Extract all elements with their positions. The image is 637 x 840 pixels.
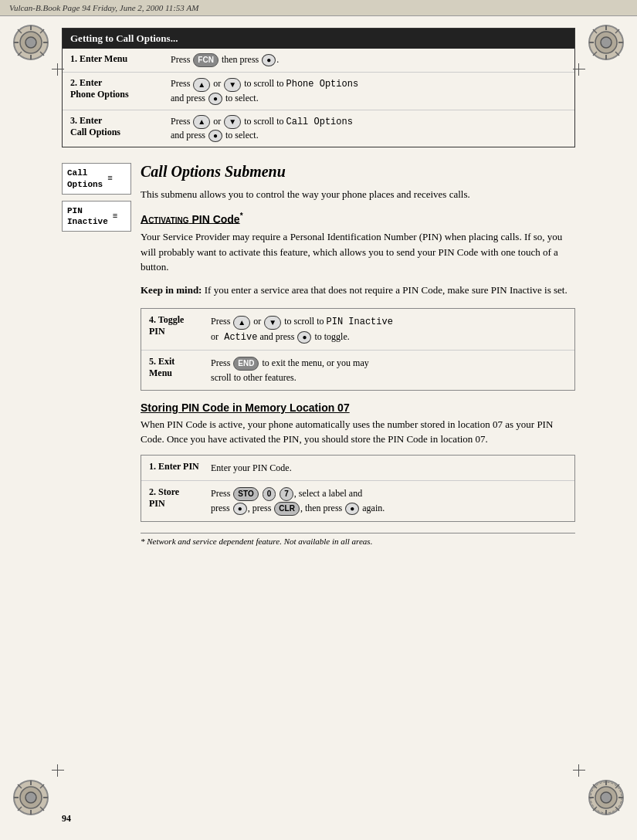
up-button-2: ▲ [193, 78, 210, 92]
up-button-4: ▲ [233, 316, 250, 330]
steps-row-5-label: 5. ExitMenu [149, 356, 211, 379]
sidebar-box-2-text: PIN Inactive [67, 205, 108, 228]
activating-pin-title: Activating PIN Code* [141, 212, 575, 225]
pin-inactive-mono: PIN Inactive [326, 317, 392, 327]
svg-point-2 [25, 37, 36, 48]
section-intro: This submenu allows you to control the w… [141, 187, 575, 202]
getting-row-3-desc: Press ▲ or ▼ to scroll to Call Options a… [171, 115, 567, 143]
select-button-3: ● [208, 130, 222, 142]
storing-pin-title: Storing PIN Code in Memory Location 07 [141, 401, 575, 414]
activating-pin-title-text: Activating PIN Code [141, 212, 240, 225]
crosshair-tr [573, 63, 585, 76]
sidebar-box-1-line1: Call [67, 168, 103, 178]
down-button-2: ▼ [224, 78, 241, 92]
corner-decoration-tl [12, 23, 50, 62]
sidebar-box-1-line2: Options [67, 179, 103, 190]
page-container: Vulcan-B.Book Page 94 Friday, June 2, 20… [0, 0, 637, 840]
seven-button: 7 [280, 487, 293, 501]
getting-row-1-desc: Press FCN then press ●. [171, 53, 567, 67]
end-button-5: END [233, 357, 259, 371]
page-content: Getting to Call Options... 1. Enter Menu… [0, 16, 637, 569]
select-button-2: ● [208, 93, 222, 105]
header-text: Vulcan-B.Book Page 94 Friday, June 2, 20… [9, 3, 198, 12]
crosshair-tl [52, 63, 64, 76]
storing-pin-body: When PIN Code is active, your phone auto… [141, 417, 575, 447]
phone-options-mono: Phone Options [286, 79, 358, 90]
storing-row-1-label: 1. Enter PIN [149, 461, 211, 472]
zero-button: 0 [263, 487, 276, 501]
sto-button: STO [233, 487, 258, 501]
svg-point-36 [601, 792, 612, 803]
getting-table-title: Getting to Call Options... [70, 32, 178, 44]
activating-footnote-marker: * [240, 212, 243, 220]
main-text-area: Call Options Submenu This submenu allows… [141, 163, 575, 546]
corner-decoration-br [587, 778, 625, 817]
steps-row-4: 4. TogglePIN Press ▲ or ▼ to scroll to P… [141, 309, 574, 350]
keep-in-mind-text: If you enter a service area that does no… [205, 284, 568, 296]
getting-table-body: 1. Enter Menu Press FCN then press ●. 2.… [63, 49, 574, 147]
getting-row-2-label: 2. EnterPhone Options [70, 77, 171, 100]
sidebar-box-call-options: Call Options ≡ [62, 163, 131, 195]
svg-point-13 [601, 37, 612, 48]
keep-in-mind-block: Keep in mind: If you enter a service are… [141, 283, 575, 298]
svg-point-24 [25, 792, 36, 803]
select-button-2b: ● [233, 503, 247, 515]
sidebar-box-1-text: Call Options [67, 168, 103, 190]
down-button-4: ▼ [264, 316, 281, 330]
steps-row-4-label: 4. TogglePIN [149, 314, 211, 337]
page-number: 94 [62, 813, 71, 825]
sidebar: Call Options ≡ PIN Inactive ≡ [62, 163, 131, 546]
getting-row-3: 3. EnterCall Options Press ▲ or ▼ to scr… [63, 110, 574, 147]
storing-pin-title-text: Storing PIN Code in Memory Location 07 [141, 401, 350, 414]
sidebar-box-2-icon: ≡ [113, 211, 118, 222]
storing-steps-table: 1. Enter PIN Enter your PIN Code. 2. Sto… [141, 455, 575, 523]
getting-row-2-desc: Press ▲ or ▼ to scroll to Phone Options … [171, 77, 567, 105]
corner-decoration-tr [587, 23, 625, 62]
sidebar-box-2-line1: PIN [67, 205, 108, 216]
toggle-steps-table: 4. TogglePIN Press ▲ or ▼ to scroll to P… [141, 308, 575, 391]
down-button-3: ▼ [224, 115, 241, 129]
getting-table-header: Getting to Call Options... [63, 29, 574, 49]
select-button-1: ● [262, 54, 276, 66]
crosshair-bl [52, 764, 64, 777]
getting-to-call-options-table: Getting to Call Options... 1. Enter Menu… [62, 28, 575, 147]
sidebar-box-1-icon: ≡ [107, 173, 113, 184]
header-bar: Vulcan-B.Book Page 94 Friday, June 2, 20… [0, 0, 637, 16]
call-options-mono: Call Options [286, 117, 352, 127]
up-button-3: ▲ [193, 115, 210, 129]
storing-row-1-desc: Enter your PIN Code. [211, 461, 567, 475]
storing-row-1: 1. Enter PIN Enter your PIN Code. [141, 456, 574, 481]
keep-in-mind-label: Keep in mind: [141, 284, 202, 296]
storing-row-2-desc: Press STO 0 7, select a label and press … [211, 486, 567, 517]
steps-row-5-desc: Press END to exit the menu, or you may s… [211, 356, 567, 384]
fcn-button-1: FCN [193, 53, 219, 67]
steps-row-5: 5. ExitMenu Press END to exit the menu, … [141, 351, 574, 390]
getting-row-2: 2. EnterPhone Options Press ▲ or ▼ to sc… [63, 73, 574, 110]
activating-pin-body: Your Service Provider may require a Pers… [141, 229, 575, 275]
select-button-4: ● [297, 331, 311, 344]
corner-decoration-bl [12, 778, 50, 817]
storing-row-2: 2. StorePIN Press STO 0 7, select a labe… [141, 481, 574, 522]
getting-row-3-label: 3. EnterCall Options [70, 115, 171, 138]
getting-row-1: 1. Enter Menu Press FCN then press ●. [63, 49, 574, 73]
getting-row-1-label: 1. Enter Menu [70, 53, 171, 65]
steps-row-4-desc: Press ▲ or ▼ to scroll to PIN Inactive o… [211, 314, 567, 344]
section-title: Call Options Submenu [141, 163, 575, 181]
main-layout: Call Options ≡ PIN Inactive ≡ Call Optio… [62, 163, 575, 546]
active-mono: Active [219, 332, 257, 343]
crosshair-br [573, 764, 585, 777]
select-button-2c: ● [345, 503, 359, 515]
sidebar-box-pin-inactive: PIN Inactive ≡ [62, 201, 131, 232]
storing-row-2-label: 2. StorePIN [149, 486, 211, 510]
sidebar-box-2-line2: Inactive [67, 216, 108, 227]
footnote: * Network and service dependent feature.… [141, 533, 575, 546]
clr-button: CLR [274, 502, 300, 516]
